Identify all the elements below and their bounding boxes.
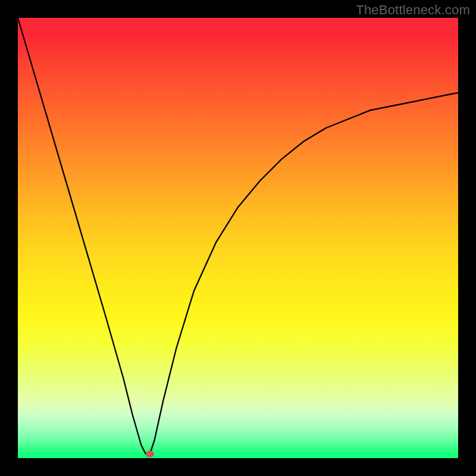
curve-path bbox=[18, 18, 458, 454]
optimal-point-marker bbox=[146, 450, 154, 457]
plot-area bbox=[18, 18, 458, 458]
watermark-text: TheBottleneck.com bbox=[356, 2, 470, 18]
bottleneck-curve bbox=[18, 18, 458, 458]
chart-frame: TheBottleneck.com bbox=[0, 0, 476, 476]
